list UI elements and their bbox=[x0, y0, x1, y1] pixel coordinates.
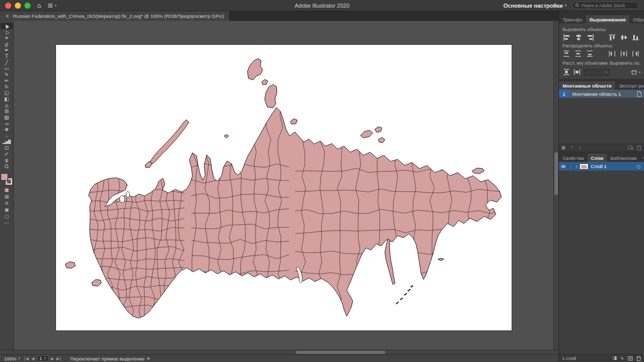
home-icon[interactable]: ⌂ bbox=[37, 3, 41, 9]
horizontal-scrollbar[interactable] bbox=[0, 350, 558, 354]
artboard-tool[interactable]: ⊡ bbox=[1, 145, 13, 151]
scale-tool[interactable]: ◱ bbox=[1, 90, 13, 96]
zoom-tool[interactable]: Q bbox=[1, 163, 13, 170]
align-horizontal-center-button[interactable] bbox=[574, 34, 583, 41]
first-artboard-button[interactable]: |◀ bbox=[24, 356, 29, 361]
new-sublayer-icon[interactable]: ↳ bbox=[620, 356, 624, 360]
slice-tool[interactable]: ✂ bbox=[1, 151, 13, 157]
horizontal-scrollbar-thumb[interactable] bbox=[296, 351, 385, 354]
align-top-button[interactable] bbox=[608, 34, 617, 41]
screen-mode-button[interactable]: ▢ bbox=[5, 214, 9, 219]
russia-map-artwork[interactable] bbox=[56, 45, 512, 330]
vertical-scrollbar[interactable] bbox=[553, 21, 558, 350]
tab-artboards[interactable]: Монтажные области bbox=[559, 81, 615, 90]
zoom-level-dropdown[interactable]: 100% ▾ bbox=[4, 356, 20, 361]
distribute-horizontal-center-button[interactable] bbox=[620, 50, 629, 58]
tab-layers[interactable]: Слои bbox=[587, 154, 607, 162]
type-tool[interactable]: T bbox=[1, 53, 13, 60]
last-artboard-button[interactable]: ▶| bbox=[57, 356, 61, 361]
minimize-window-button[interactable] bbox=[15, 3, 21, 9]
spacing-value-dropdown[interactable]: ▾ bbox=[584, 69, 609, 76]
artboard-1[interactable] bbox=[56, 45, 512, 330]
magic-wand-tool[interactable]: ✶ bbox=[1, 35, 13, 41]
tab-libraries[interactable]: Библиотеки bbox=[607, 154, 640, 162]
tab-align[interactable]: Выравнивание bbox=[586, 15, 629, 23]
paintbrush-tool[interactable]: ✎ bbox=[1, 72, 13, 78]
distribute-left-button[interactable] bbox=[608, 50, 617, 58]
layers-panel: Свойства Слои Библиотеки ≡ › Слой 1 ○ bbox=[559, 154, 644, 362]
next-artboard-button[interactable]: ▶ bbox=[51, 356, 54, 361]
vertical-scrollbar-thumb[interactable] bbox=[554, 152, 558, 195]
layer-list-item[interactable]: › Слой 1 ○ bbox=[559, 162, 644, 171]
color-button[interactable]: ■ bbox=[5, 188, 9, 192]
artboard-navigation-dropdown[interactable]: 1 ▾ bbox=[37, 355, 48, 361]
align-to-dropdown[interactable]: ▾ bbox=[631, 69, 640, 75]
gradient-button[interactable]: ▧ bbox=[5, 194, 9, 199]
move-artboard-down-icon[interactable]: ↓ bbox=[578, 146, 582, 150]
rotate-tool[interactable]: ↻ bbox=[1, 84, 13, 90]
document-tab[interactable]: × Russian Federation_with_Crimea_ISO(Мер… bbox=[0, 11, 230, 21]
close-window-button[interactable] bbox=[5, 3, 11, 9]
lasso-tool[interactable]: ϱ bbox=[1, 41, 13, 47]
edit-toolbar-button[interactable]: ⋯ bbox=[5, 221, 9, 226]
vertical-distribute-space-button[interactable] bbox=[563, 68, 571, 76]
status-expand-icon[interactable]: ▶ bbox=[148, 356, 150, 360]
fullscreen-window-button[interactable] bbox=[24, 3, 31, 9]
artboard-grid-view-icon[interactable]: ⊞ bbox=[562, 146, 566, 150]
workspace-switcher[interactable]: Основные настройки ▾ bbox=[503, 3, 567, 9]
new-artboard-icon[interactable] bbox=[628, 145, 633, 150]
horizontal-distribute-space-button[interactable] bbox=[573, 68, 582, 76]
artboard-name[interactable]: Монтажная область 1 bbox=[569, 91, 637, 97]
direct-selection-tool[interactable]: △ bbox=[1, 29, 13, 35]
align-left-button[interactable] bbox=[563, 34, 571, 41]
align-right-button[interactable] bbox=[586, 34, 595, 41]
gradient-tool[interactable]: ▧ bbox=[1, 115, 13, 121]
pencil-tool[interactable]: ✏ bbox=[1, 78, 13, 84]
symbol-sprayer-tool[interactable]: ∴ bbox=[1, 133, 13, 139]
mesh-tool[interactable]: ⊞ bbox=[1, 108, 13, 115]
line-segment-tool[interactable]: ╱ bbox=[1, 60, 13, 66]
distribute-bottom-button[interactable] bbox=[586, 50, 595, 58]
layer-visibility-toggle[interactable] bbox=[559, 164, 568, 169]
hand-tool[interactable]: ψ bbox=[1, 157, 13, 163]
new-layer-icon[interactable] bbox=[628, 356, 633, 361]
artboard-list-item[interactable]: 1 Монтажная область 1 bbox=[559, 90, 644, 98]
align-vertical-center-button[interactable] bbox=[620, 34, 629, 41]
arrange-documents-icon[interactable]: ⊞ bbox=[48, 3, 53, 9]
distribute-right-button[interactable] bbox=[632, 50, 640, 58]
none-button[interactable]: ⊘ bbox=[5, 201, 9, 206]
stock-search-box[interactable] bbox=[572, 2, 639, 9]
rectangle-tool[interactable]: ▭ bbox=[1, 66, 13, 72]
tab-pathfinder[interactable]: Обработ bbox=[629, 15, 644, 23]
layer-target-icon[interactable]: ○ bbox=[637, 164, 640, 169]
distribute-top-button[interactable] bbox=[563, 50, 571, 58]
search-input[interactable] bbox=[581, 3, 635, 8]
perspective-grid-tool[interactable]: ◬ bbox=[1, 102, 13, 108]
make-clipping-mask-icon[interactable]: ◨ bbox=[612, 356, 617, 360]
previous-artboard-button[interactable]: ◀ bbox=[31, 356, 34, 361]
blend-tool[interactable]: ❖ bbox=[1, 127, 13, 133]
layer-lock-cell[interactable] bbox=[568, 162, 574, 171]
align-bottom-button[interactable] bbox=[632, 34, 640, 41]
graph-tool[interactable]: ▂▅█ bbox=[1, 139, 13, 145]
move-artboard-up-icon[interactable]: ↑ bbox=[570, 146, 574, 150]
fill-swatch[interactable] bbox=[1, 174, 8, 180]
layers-count-status: 1 слой bbox=[562, 356, 576, 361]
draw-mode-button[interactable]: ▣ bbox=[5, 208, 9, 212]
direct-selection-tool-icon: △ bbox=[4, 29, 10, 36]
tab-properties[interactable]: Свойства bbox=[559, 154, 587, 162]
layer-name[interactable]: Слой 1 bbox=[589, 163, 637, 169]
close-tab-icon[interactable]: × bbox=[5, 13, 9, 19]
layer-expand-icon[interactable]: › bbox=[574, 164, 579, 169]
fill-stroke-swatches[interactable] bbox=[1, 174, 12, 185]
distribute-vertical-center-button[interactable] bbox=[574, 50, 583, 58]
shape-builder-tool[interactable]: ◧ bbox=[1, 96, 13, 102]
pen-tool[interactable]: ✒ bbox=[1, 47, 13, 53]
delete-artboard-icon[interactable] bbox=[637, 145, 641, 150]
panel-menu-icon[interactable]: ≡ bbox=[640, 154, 644, 162]
tab-asset-export[interactable]: Экспорт ресур bbox=[615, 81, 644, 90]
tab-transform[interactable]: Трансфо bbox=[559, 15, 586, 23]
eyedropper-tool[interactable]: ✑ bbox=[1, 121, 13, 127]
canvas-pasteboard[interactable] bbox=[14, 21, 553, 350]
delete-layer-icon[interactable] bbox=[636, 356, 641, 361]
